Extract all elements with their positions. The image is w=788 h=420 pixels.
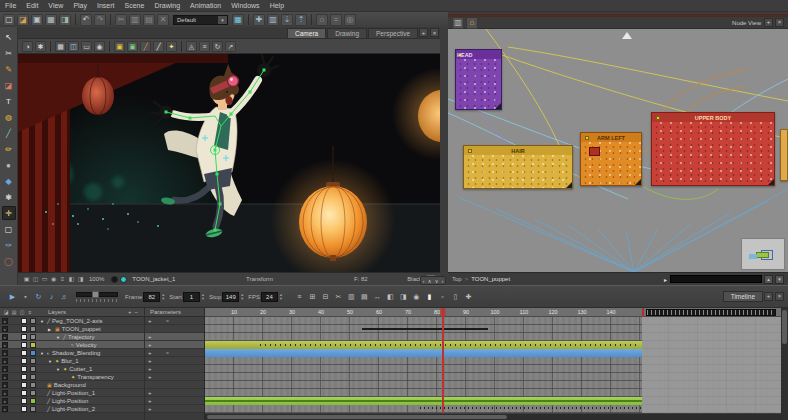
- column-divider[interactable]: [144, 308, 145, 420]
- tool-preset-select[interactable]: Default ▾: [173, 15, 228, 25]
- split-right-icon[interactable]: ›: [442, 278, 444, 284]
- show-parameters-button[interactable]: +: [148, 317, 152, 325]
- layer-color-swatch[interactable]: [30, 390, 36, 396]
- import-images-icon[interactable]: ◨: [59, 14, 71, 26]
- layer-row-light-position[interactable]: ▸╱Light-Position+: [0, 397, 204, 405]
- node-arm-left[interactable]: ARM LEFT: [580, 132, 642, 186]
- lines-icon[interactable]: ≡: [58, 275, 67, 284]
- home-icon[interactable]: ⌂: [466, 17, 478, 29]
- split-cells-icon[interactable]: ✂: [333, 291, 344, 302]
- start-value[interactable]: 1: [183, 292, 200, 302]
- fps-value[interactable]: 24: [261, 292, 278, 302]
- layer-enable-checkbox[interactable]: [21, 382, 27, 388]
- playhead[interactable]: [442, 308, 444, 413]
- node-upper-body[interactable]: UPPER BODY: [651, 112, 775, 186]
- start-stepper[interactable]: ▲▼: [201, 293, 205, 299]
- layer-row-toon_puppet[interactable]: ▸▶▣TOON_puppet: [0, 325, 204, 333]
- menu-play[interactable]: Play: [68, 2, 92, 9]
- node-search-input[interactable]: [670, 275, 762, 283]
- split-up-icon[interactable]: ∧: [428, 278, 432, 284]
- timeline-tracks[interactable]: 102030405060708090100110120130140: [205, 308, 781, 420]
- show-thumbnails-icon[interactable]: ▥: [452, 17, 464, 29]
- layer-data-view-button[interactable]: ▸: [2, 342, 8, 348]
- node-hair[interactable]: HAIR: [463, 145, 573, 189]
- new-scene-icon[interactable]: ▢: [3, 14, 15, 26]
- redo-icon[interactable]: ↷: [94, 14, 106, 26]
- layer-row-peg_toon_2-axis[interactable]: ▸▼╱Peg_TOON_2-axis+=: [0, 317, 204, 325]
- frame-field[interactable]: Frame 82 ▲▼: [125, 292, 165, 302]
- playback-range-slider[interactable]: [76, 291, 118, 302]
- close-view-button[interactable]: ×: [775, 292, 784, 301]
- loop-button[interactable]: ↻: [33, 291, 44, 302]
- show-functions-icon[interactable]: ▤: [10, 308, 18, 316]
- ellipse-tool[interactable]: ◯: [2, 254, 16, 268]
- grid-icon[interactable]: ▦: [55, 41, 66, 52]
- toggle-list-icon[interactable]: ≡: [26, 308, 34, 316]
- tab-perspective[interactable]: Perspective: [368, 28, 418, 38]
- layer-enable-checkbox[interactable]: [21, 358, 27, 364]
- save-icon[interactable]: ▣: [31, 14, 43, 26]
- ease-in-icon[interactable]: ◧: [385, 291, 396, 302]
- layer-row-cutter_1[interactable]: ▸▼✦Cutter_1+: [0, 365, 204, 373]
- layer-color-swatch[interactable]: [30, 366, 36, 372]
- frame-stepper[interactable]: ▲▼: [161, 293, 165, 299]
- cutter-tool[interactable]: ✂: [2, 46, 16, 60]
- layer-color-swatch[interactable]: [30, 406, 36, 412]
- bring-forward-icon[interactable]: ⇡: [295, 14, 307, 26]
- stop-value[interactable]: 149: [222, 292, 239, 302]
- paint-tool[interactable]: ◍: [2, 110, 16, 124]
- render-view-icon[interactable]: ▦: [232, 14, 244, 26]
- text-tool[interactable]: T: [2, 94, 16, 108]
- expand-arrow-icon[interactable]: ▼: [48, 359, 53, 364]
- outline-icon[interactable]: ◉: [49, 275, 58, 284]
- stamp-tool[interactable]: ●: [2, 158, 16, 172]
- stop-stepper[interactable]: ▲▼: [240, 293, 244, 299]
- solo-mode-icon[interactable]: ▮: [424, 291, 435, 302]
- split-left-icon[interactable]: ‹: [423, 278, 425, 284]
- half-right-icon[interactable]: ◨: [76, 275, 85, 284]
- tab-camera[interactable]: Camera: [287, 28, 326, 38]
- timeline-zoom-bar[interactable]: [646, 309, 776, 316]
- fps-field[interactable]: FPS 24 ▲▼: [248, 292, 283, 302]
- top-view-icon[interactable]: ◬: [186, 41, 197, 52]
- layer-row-background[interactable]: ▸▣Background: [0, 381, 204, 389]
- light-table-icon[interactable]: ✦: [166, 41, 177, 52]
- show-parameters-button[interactable]: +: [148, 333, 152, 341]
- expand-arrow-icon[interactable]: ▼: [40, 319, 45, 324]
- layer-color-swatch[interactable]: [30, 342, 36, 348]
- dot-toggle-icon[interactable]: ▫: [437, 291, 448, 302]
- nav-down-button[interactable]: ▾: [775, 275, 784, 284]
- layer-color-swatch[interactable]: [30, 334, 36, 340]
- show-sound-icon[interactable]: ◫: [18, 308, 26, 316]
- expand-arrow-icon[interactable]: ▼: [40, 351, 45, 356]
- keyframe-dots[interactable]: [420, 407, 642, 409]
- layer-data-view-button[interactable]: ▸: [2, 390, 8, 396]
- shadow-blending-band[interactable]: [205, 349, 642, 357]
- start-field[interactable]: Start 1 ▲▼: [169, 292, 205, 302]
- open-scene-icon[interactable]: ◪: [17, 14, 29, 26]
- pane-splitter-controls[interactable]: ‹ ∧ ∨ ›: [420, 276, 446, 285]
- camera-viewport[interactable]: [18, 54, 440, 272]
- expand-arrow-icon[interactable]: ▶: [48, 327, 53, 332]
- paste-icon[interactable]: ▤: [143, 14, 155, 26]
- rectangle-tool[interactable]: ▢: [2, 222, 16, 236]
- spread-exposure-icon[interactable]: ↔: [372, 291, 383, 302]
- menu-file[interactable]: File: [0, 2, 21, 9]
- onion-before-icon[interactable]: ╱: [140, 41, 151, 52]
- reset-view-icon[interactable]: ⌂: [316, 14, 328, 26]
- safe-area-icon[interactable]: ◫: [68, 41, 79, 52]
- ease-out-icon[interactable]: ◨: [398, 291, 409, 302]
- breadcrumb-root[interactable]: Top: [452, 276, 462, 282]
- expand-arrow-icon[interactable]: ▼: [56, 335, 61, 340]
- sound-scrub-button[interactable]: ♬: [59, 291, 70, 302]
- frame-value[interactable]: 82: [143, 292, 160, 302]
- menu-insert[interactable]: Insert: [92, 2, 120, 9]
- copy-cells-icon[interactable]: ▥: [346, 291, 357, 302]
- node-canvas[interactable]: HEAD HAIR ARM LEFT: [448, 29, 788, 272]
- layer-row-transparency[interactable]: ▸✦Transparency+: [0, 373, 204, 381]
- layer-color-swatch[interactable]: [30, 350, 36, 356]
- layer-color-swatch[interactable]: [30, 326, 36, 332]
- layer-data-view-button[interactable]: ▸: [2, 350, 8, 356]
- delete-icon[interactable]: ✕: [157, 14, 169, 26]
- menu-animation[interactable]: Animation: [185, 2, 226, 9]
